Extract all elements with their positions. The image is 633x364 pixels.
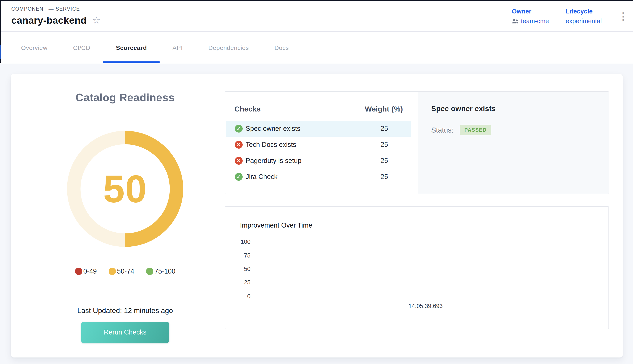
window-top-edge	[0, 0, 633, 1]
service-catalog-page: COMPONENT — SERVICE canary-backend ☆ Own…	[0, 0, 633, 364]
tab-overview[interactable]: Overview	[8, 32, 60, 64]
entity-header: COMPONENT — SERVICE canary-backend ☆ Own…	[0, 0, 633, 32]
legend-item-mid: 50-74	[109, 268, 134, 275]
check-row-jira[interactable]: ✓ Jira Check 25	[226, 169, 411, 185]
check-weight: 25	[362, 141, 406, 148]
check-row-spec-owner[interactable]: ✓ Spec owner exists 25	[226, 120, 411, 137]
tab-scorecard[interactable]: Scorecard	[103, 32, 160, 64]
checks-panel: Checks Weight (%) ✓ Spec owner exists 25…	[225, 91, 609, 194]
check-status-row: Status: PASSED	[431, 125, 491, 135]
window-left-edge	[0, 0, 1, 45]
lifecycle-label: Lifecycle	[566, 8, 602, 15]
lifecycle-value: experimental	[566, 18, 602, 25]
check-weight: 25	[362, 125, 406, 132]
legend-label: 0-49	[83, 268, 97, 275]
legend-label: 50-74	[117, 268, 134, 275]
improvement-chart: Improvement Over Time 100 75 50 25 0 14:…	[225, 206, 609, 329]
x-tick-timestamp: 14:05:39.693	[408, 303, 443, 310]
y-tick: 50	[234, 266, 251, 272]
gauge-column: Catalog Readiness 50 0-49 50-74	[11, 74, 239, 358]
check-label: Spec owner exists	[246, 125, 300, 132]
rerun-checks-button[interactable]: Rerun Checks	[81, 322, 169, 343]
entity-kind-breadcrumb: COMPONENT — SERVICE	[11, 6, 80, 12]
team-icon	[512, 19, 519, 24]
legend-item-low: 0-49	[75, 268, 97, 275]
status-label: Status:	[431, 126, 454, 134]
check-row-tech-docs[interactable]: ✕ Tech Docs exists 25	[226, 137, 411, 153]
score-legend: 0-49 50-74 75-100	[11, 268, 239, 275]
tab-dependencies[interactable]: Dependencies	[195, 32, 262, 64]
tab-docs[interactable]: Docs	[262, 32, 302, 64]
check-passed-icon: ✓	[235, 125, 243, 132]
check-weight: 25	[362, 157, 406, 165]
owner-value-link[interactable]: team-cme	[521, 18, 549, 25]
tab-cicd[interactable]: CI/CD	[60, 32, 103, 64]
y-tick: 0	[234, 293, 251, 300]
scorecard-title: Catalog Readiness	[11, 91, 239, 104]
check-passed-icon: ✓	[235, 173, 243, 181]
checks-table: Checks Weight (%) ✓ Spec owner exists 25…	[225, 92, 418, 194]
status-badge: PASSED	[460, 125, 491, 135]
favorite-star-icon[interactable]: ☆	[92, 16, 101, 25]
check-label: Pagerduty is setup	[246, 157, 302, 165]
owner-value-row[interactable]: team-cme	[512, 18, 549, 25]
entity-tab-bar: Overview CI/CD Scorecard API Dependencie…	[0, 32, 633, 64]
y-tick: 25	[234, 279, 251, 286]
score-gauge-inner: 50	[81, 144, 170, 234]
entity-title-row: canary-backend ☆	[11, 15, 101, 26]
legend-item-high: 75-100	[146, 268, 175, 275]
chart-title: Improvement Over Time	[240, 222, 312, 229]
more-options-kebab-icon[interactable]: ⋮	[618, 11, 628, 21]
check-failed-icon: ✕	[235, 157, 243, 165]
y-tick: 75	[234, 252, 251, 259]
owner-label: Owner	[512, 8, 549, 15]
lifecycle-field: Lifecycle experimental	[566, 8, 602, 25]
check-failed-icon: ✕	[235, 141, 243, 148]
check-weight: 25	[362, 173, 406, 181]
legend-label: 75-100	[154, 268, 175, 275]
legend-dot-red	[75, 268, 82, 275]
y-tick: 100	[234, 238, 251, 245]
scorecard-card: Catalog Readiness 50 0-49 50-74	[11, 74, 623, 358]
legend-dot-amber	[109, 268, 116, 275]
check-detail-title: Spec owner exists	[431, 104, 496, 113]
score-gauge: 50	[67, 131, 183, 247]
content-area: Catalog Readiness 50 0-49 50-74	[0, 64, 633, 364]
weight-column-header: Weight (%)	[362, 105, 405, 113]
window-left-edge-accent	[0, 45, 1, 59]
window-left-edge	[0, 59, 1, 63]
legend-dot-green	[146, 268, 153, 275]
check-row-pagerduty[interactable]: ✕ Pagerduty is setup 25	[226, 153, 411, 169]
check-detail-panel: Spec owner exists Status: PASSED	[418, 92, 609, 194]
last-updated-text: Last Updated: 12 minutes ago	[11, 306, 239, 315]
owner-field: Owner team-cme	[512, 8, 549, 25]
page-title: canary-backend	[11, 15, 87, 26]
score-value: 50	[103, 166, 147, 211]
check-label: Jira Check	[246, 173, 277, 181]
check-label: Tech Docs exists	[246, 141, 296, 148]
tab-api[interactable]: API	[160, 32, 195, 64]
checks-column-header: Checks	[234, 105, 261, 113]
